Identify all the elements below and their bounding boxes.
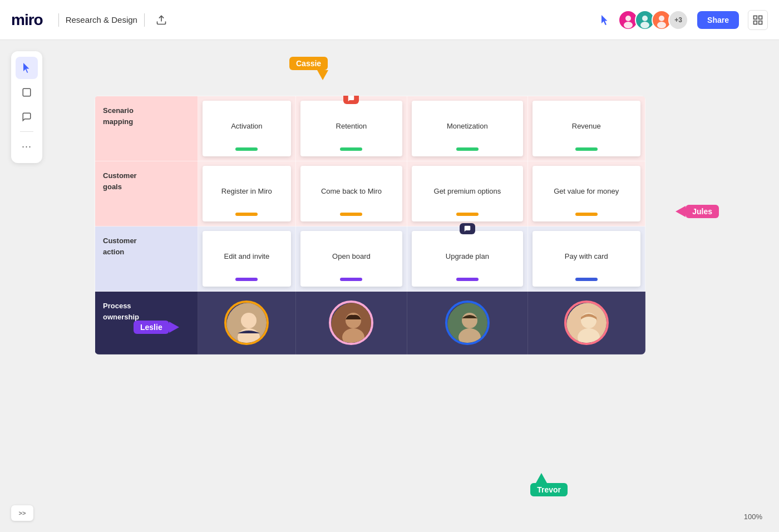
sticky-text: Monetization [447, 121, 488, 131]
svg-point-5 [642, 16, 648, 21]
sticky-activation[interactable]: Activation [203, 101, 291, 156]
sticky-bar [575, 147, 598, 151]
cell-scenario-3: Monetization [407, 96, 527, 161]
svg-rect-11 [759, 16, 762, 19]
sticky-bar [575, 213, 598, 216]
cursor-trevor: Trevor [530, 473, 568, 496]
sticky-text: Pay with card [565, 252, 608, 262]
sticky-comeback[interactable]: Come back to Miro [300, 166, 402, 221]
cell-goals-2: Come back to Miro [295, 161, 407, 226]
header-right: +3 Share [596, 10, 768, 30]
header-divider2 [144, 13, 145, 27]
menu-icon[interactable] [748, 10, 768, 30]
cassie-label: Cassie [289, 57, 328, 70]
comment-tool[interactable] [16, 106, 38, 128]
sticky-premium[interactable]: Get premium options [412, 166, 522, 221]
svg-point-3 [624, 22, 633, 28]
sticky-bar [456, 278, 479, 281]
sticky-bar [340, 147, 362, 151]
svg-rect-14 [23, 88, 31, 96]
cursor-leslie: Leslie [134, 321, 179, 334]
sticky-bar [235, 278, 258, 281]
avatar-group: +3 [618, 10, 688, 30]
header-cursor-icon [596, 11, 614, 29]
sticky-tool[interactable] [16, 81, 38, 104]
sticky-pay-card[interactable]: Pay with card [533, 231, 640, 287]
cell-process-4 [527, 292, 645, 354]
sticky-open-board[interactable]: Open board [300, 231, 402, 287]
cursor-jules: Jules [676, 205, 719, 218]
svg-rect-12 [754, 21, 757, 24]
row-customer-action: Customeraction Edit and invite Open boar… [95, 226, 645, 292]
sticky-bar [340, 278, 362, 281]
cell-action-4: Pay with card [527, 226, 645, 292]
upload-icon[interactable] [151, 10, 171, 30]
sticky-text: Edit and invite [224, 252, 270, 262]
cell-goals-4: Get value for money [527, 161, 645, 226]
sticky-bar [340, 213, 362, 216]
svg-rect-13 [759, 21, 762, 24]
cell-action-1: Edit and invite [198, 226, 296, 292]
more-tools[interactable]: ··· [16, 135, 38, 157]
process-avatar-3 [445, 301, 490, 345]
sticky-text: Retention [336, 121, 367, 131]
svg-point-6 [640, 22, 649, 28]
cell-process-2 [295, 292, 407, 354]
sticky-bar [456, 213, 479, 216]
sticky-register[interactable]: Register in Miro [203, 166, 291, 221]
sticky-revenue[interactable]: Revenue [533, 101, 640, 156]
sticky-text: Open board [332, 252, 371, 262]
trevor-label: Trevor [530, 483, 568, 496]
sticky-monetization[interactable]: Monetization [412, 101, 522, 156]
comment-icon-upgrade [460, 223, 475, 234]
sticky-text: Upgrade plan [446, 252, 489, 262]
leslie-label: Leslie [134, 321, 169, 334]
board: Scenariomapping Activation [95, 96, 645, 354]
avatar-count: +3 [668, 10, 688, 30]
row-label-scenario: Scenariomapping [95, 96, 198, 161]
row-customer-goals: Customergoals Register in Miro Come back… [95, 161, 645, 226]
board-table: Scenariomapping Activation [95, 96, 645, 354]
cell-scenario-4: Revenue [527, 96, 645, 161]
sticky-text: Revenue [572, 121, 601, 131]
cell-process-1 [198, 292, 296, 354]
logo: miro [11, 11, 43, 29]
svg-point-8 [659, 16, 664, 21]
sticky-edit-invite[interactable]: Edit and invite [203, 231, 291, 287]
sticky-value[interactable]: Get value for money [533, 166, 640, 221]
row-label-action: Customeraction [95, 226, 198, 292]
svg-rect-10 [754, 16, 757, 19]
left-toolbar: ··· [11, 51, 42, 163]
canvas: Cassie Jules Leslie Trevor Scenariomappi… [0, 40, 779, 532]
sticky-retention[interactable]: Retention [300, 101, 402, 156]
cell-scenario-1: Activation [198, 96, 296, 161]
cell-goals-1: Register in Miro [198, 161, 296, 226]
cursor-tool[interactable] [16, 57, 38, 79]
cell-goals-3: Get premium options [407, 161, 527, 226]
tool-divider [20, 131, 33, 132]
cell-scenario-2: Retention [295, 96, 407, 161]
row-label-goals: Customergoals [95, 161, 198, 226]
sticky-text: Get value for money [554, 186, 619, 196]
board-title: Research & Design [66, 15, 137, 24]
comment-icon-retention [343, 96, 359, 104]
sticky-bar [575, 278, 598, 281]
process-avatar-1 [224, 301, 269, 345]
process-avatar-2 [329, 301, 373, 345]
cell-process-3 [407, 292, 527, 354]
sticky-bar [456, 147, 479, 151]
sticky-text: Come back to Miro [321, 186, 382, 196]
header-divider [58, 13, 59, 27]
svg-point-2 [625, 16, 631, 21]
jules-label: Jules [686, 205, 719, 218]
sticky-text: Activation [231, 121, 262, 131]
expand-button[interactable]: >> [11, 505, 33, 521]
sticky-bar [235, 147, 258, 151]
sticky-upgrade[interactable]: Upgrade plan [412, 231, 522, 287]
sticky-text: Register in Miro [221, 186, 272, 196]
share-button[interactable]: Share [697, 11, 739, 29]
sticky-bar [235, 213, 258, 216]
svg-point-9 [657, 22, 666, 28]
svg-point-16 [241, 313, 257, 328]
header: miro Research & Design [0, 0, 779, 40]
